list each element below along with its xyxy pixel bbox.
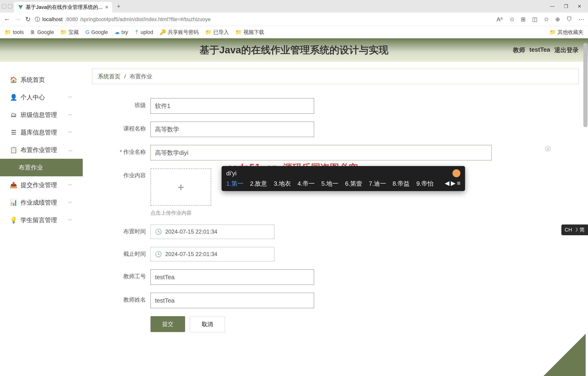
- info-icon[interactable]: ⓘ: [35, 16, 40, 23]
- ime-candidate[interactable]: 7.迪一: [369, 180, 386, 188]
- close-icon[interactable]: ✕: [578, 3, 581, 9]
- cancel-button[interactable]: 取消: [190, 316, 225, 333]
- scrollbar[interactable]: [583, 43, 588, 127]
- content-label: 作业内容: [106, 168, 150, 179]
- bookmark-item[interactable]: 🗎Google: [30, 29, 54, 35]
- extension-icon[interactable]: ⊞: [521, 16, 525, 23]
- bookmark-item[interactable]: ☁txy: [115, 29, 128, 35]
- minimize-icon[interactable]: —: [550, 3, 555, 9]
- grade-icon: 📊: [10, 199, 17, 206]
- ime-candidates: 1.第一 2.敌意 3.地衣 4.帝一 5.地一 6.第壹 7.迪一 8.帝益 …: [226, 180, 460, 188]
- plus-icon: +: [178, 181, 184, 193]
- sidebar-item-profile[interactable]: 👤个人中心﹀: [0, 89, 83, 106]
- hw-name-input[interactable]: [150, 145, 492, 161]
- main-content: 系统首页 / 布置作业 班级 课程名称 *作业名称 ⓧ: [83, 62, 588, 376]
- ime-candidate[interactable]: 2.敌意: [250, 180, 267, 188]
- bookmark-item[interactable]: 🔑共享账号密码: [160, 29, 199, 36]
- ime-menu-icon[interactable]: ≡: [457, 180, 460, 188]
- url-input[interactable]: ⓘ localhost:8080/springboot4psf5/admin/d…: [35, 16, 493, 23]
- due-time-label: 截止时间: [106, 247, 150, 258]
- sidebar-item-assign[interactable]: 📋布置作业管理︿: [0, 141, 83, 159]
- ime-candidate[interactable]: 9.帝怡: [417, 180, 434, 188]
- refresh-icon[interactable]: ↻: [25, 15, 31, 23]
- ime-next-icon[interactable]: ▶: [451, 180, 455, 188]
- sidebar-item-message[interactable]: 💡学生留言管理﹀: [0, 211, 83, 229]
- assign-icon: 📋: [10, 146, 17, 154]
- sidebar-item-grade[interactable]: 📊作业成绩管理﹀: [0, 194, 83, 211]
- sidebar-item-submit[interactable]: 📤提交作业管理﹀: [0, 176, 83, 194]
- teacher-id-input[interactable]: [150, 269, 314, 285]
- star-outline-icon[interactable]: ✩: [510, 16, 514, 23]
- breadcrumb-home[interactable]: 系统首页: [98, 73, 120, 79]
- split-icon[interactable]: ◫: [532, 16, 537, 23]
- maximize-icon[interactable]: ❐: [564, 3, 568, 9]
- submit-icon: 📤: [10, 182, 17, 189]
- tab-title: 基于Java的在线作业管理系统的...: [26, 4, 103, 11]
- shield-icon[interactable]: ⛉: [567, 16, 572, 23]
- bookmark-item[interactable]: 📁宝藏: [60, 29, 79, 36]
- collections-icon[interactable]: ⊕: [555, 16, 560, 23]
- assignment-form: 班级 课程名称 *作业名称 ⓧ 作业内容 + 点击上传作业内容: [92, 94, 579, 345]
- browser-tab[interactable]: 基于Java的在线作业管理系统的... ✕: [14, 2, 112, 13]
- tab-close-icon[interactable]: ✕: [105, 5, 108, 10]
- ime-candidate[interactable]: 8.帝益: [393, 180, 410, 188]
- sidebar-item-home[interactable]: 🏠系统首页: [0, 71, 83, 89]
- user-role: 教师: [513, 46, 525, 54]
- ime-candidate[interactable]: 1.第一: [226, 180, 243, 188]
- ime-candidate[interactable]: 4.帝一: [297, 180, 315, 188]
- sidebar-item-question[interactable]: ☰题库信息管理﹀: [0, 124, 83, 141]
- ime-candidate[interactable]: 5.地一: [321, 180, 339, 188]
- assign-time-input[interactable]: 🕓2024-07-15 22:01:34: [150, 225, 274, 239]
- teacher-name-input[interactable]: [150, 293, 314, 308]
- class-icon: 🗂: [10, 111, 17, 118]
- clock-icon: 🕓: [155, 228, 162, 235]
- breadcrumb: 系统首页 / 布置作业: [92, 69, 579, 84]
- breadcrumb-current: 布置作业: [130, 73, 152, 79]
- ime-panel[interactable]: di'yi 1.第一 2.敌意 3.地衣 4.帝一 5.地一 6.第壹 7.迪一…: [221, 166, 465, 191]
- chevron-down-icon: ﹀: [68, 112, 73, 118]
- person-icon: 👤: [10, 94, 17, 101]
- due-time-input[interactable]: 🕓2024-07-15 22:01:34: [150, 247, 274, 261]
- clear-icon[interactable]: ⓧ: [545, 145, 551, 152]
- new-tab-button[interactable]: +: [114, 3, 123, 10]
- url-port: :8080: [65, 16, 78, 22]
- other-bookmarks[interactable]: 📁其他收藏夹: [549, 29, 583, 36]
- url-path: /springboot4psf5/admin/dist/index.html?f…: [80, 16, 210, 22]
- class-input[interactable]: [150, 98, 314, 114]
- sidebar: 🏠系统首页 👤个人中心﹀ 🗂班级信息管理﹀ ☰题库信息管理﹀ 📋布置作业管理︿ …: [0, 62, 83, 376]
- chevron-down-icon: ﹀: [68, 183, 73, 188]
- logout-link[interactable]: 退出登录: [554, 46, 579, 54]
- bookmark-item[interactable]: 📁视频下载: [235, 29, 264, 36]
- upload-hint: 点击上传作业内容: [150, 210, 211, 216]
- ime-composition: di'yi: [226, 170, 237, 177]
- home-icon: 🏠: [10, 76, 17, 84]
- teacher-id-label: 教师工号: [106, 269, 150, 280]
- app-title: 基于Java的在线作业管理系统的设计与实现: [200, 43, 388, 57]
- vue-icon: [18, 4, 23, 10]
- bookmark-item[interactable]: 📁tools: [5, 29, 24, 35]
- teacher-name-label: 教师姓名: [106, 293, 150, 303]
- browser-tab-bar: 基于Java的在线作业管理系统的... ✕ + — ❐ ✕: [0, 0, 588, 13]
- sidebar-item-assign-hw[interactable]: 布置作业: [0, 159, 83, 176]
- bookmark-item[interactable]: ⇡uplod: [135, 29, 153, 35]
- bulb-icon: 💡: [10, 216, 17, 224]
- course-input[interactable]: [150, 122, 314, 137]
- ime-prev-icon[interactable]: ◀: [445, 180, 449, 188]
- upload-button[interactable]: +: [150, 168, 211, 206]
- ime-candidate[interactable]: 3.地衣: [274, 180, 291, 188]
- window-button-1[interactable]: [2, 4, 6, 8]
- text-size-icon[interactable]: Aあ: [497, 16, 503, 23]
- app-header: 基于Java的在线作业管理系统的设计与实现 教师 testTea 退出登录: [0, 38, 588, 62]
- bookmark-item[interactable]: 📁已导入: [205, 29, 229, 36]
- ime-logo-icon: [452, 169, 460, 177]
- back-icon[interactable]: ←: [4, 16, 10, 23]
- more-icon[interactable]: ⋯: [579, 16, 584, 23]
- window-button-2[interactable]: [8, 4, 12, 8]
- class-label: 班级: [106, 98, 150, 109]
- submit-button[interactable]: 提交: [150, 316, 185, 332]
- ime-candidate[interactable]: 6.第壹: [345, 180, 362, 188]
- ime-indicator[interactable]: CH ☽ 简: [561, 225, 588, 235]
- bookmark-item[interactable]: GGoogle: [85, 29, 108, 35]
- favorites-icon[interactable]: ✩: [544, 16, 549, 23]
- sidebar-item-class[interactable]: 🗂班级信息管理﹀: [0, 106, 83, 124]
